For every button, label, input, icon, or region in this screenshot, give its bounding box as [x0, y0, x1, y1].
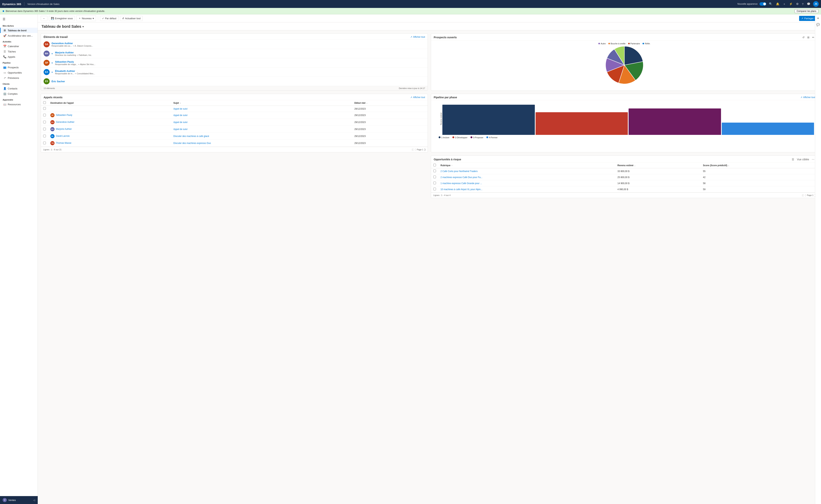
help-icon[interactable]: ? [801, 2, 804, 6]
opp-rubrique[interactable]: 2 Café Corto pour Northwind Traders [440, 170, 478, 173]
default-button[interactable]: ✓ Par défaut [100, 16, 118, 21]
sort-score-icon[interactable]: ↕ [728, 164, 729, 167]
work-items-show-all[interactable]: ↗ Afficher tout [410, 36, 425, 38]
table-row[interactable]: SP Sébastien Pauly Appel de suivi 29/12/… [41, 112, 428, 119]
sidebar-item-appels[interactable]: 📞 Appels [0, 54, 38, 59]
chat-icon[interactable]: 💬 [806, 2, 811, 6]
select-all-calls[interactable] [43, 101, 46, 104]
work-item[interactable]: GA Geneviève Authier Responsable des ac.… [41, 40, 428, 49]
opp-rubrique[interactable]: 10 machines à café Airpot XL pour Alpin.… [440, 188, 482, 191]
more-options-icon[interactable]: ⋯ [811, 157, 815, 161]
calls-first-page[interactable]: ⟨⟨ [412, 148, 414, 151]
edit-prospects-icon[interactable]: ✏ [811, 35, 815, 39]
call-subject[interactable]: Discuter des machines à café glacé [173, 135, 209, 138]
page-title-chevron[interactable]: ▾ [82, 25, 84, 28]
table-row[interactable]: GA Geneviève Authier Appel de suivi 29/1… [41, 119, 428, 126]
sort-rubrique-icon[interactable]: ↑ [451, 164, 452, 167]
sidebar-item-opportunites[interactable]: ▭ Opportunités [0, 70, 38, 75]
sidebar-item-previsions[interactable]: ↗ Prévisions [0, 75, 38, 81]
filter-icon[interactable]: ⚡ [788, 2, 793, 6]
bar-chart-bar[interactable] [722, 123, 814, 135]
row-checkbox[interactable] [433, 170, 436, 172]
appels-show-all[interactable]: ↗ Afficher tout [410, 96, 425, 99]
row-checkbox[interactable] [43, 135, 46, 137]
call-subject[interactable]: Appel de suivi [173, 121, 188, 124]
sidebar-item-contacts[interactable]: 👤 Contacts [0, 86, 38, 91]
list-view-icon[interactable]: ☰ [791, 157, 795, 161]
call-subject[interactable]: Appel de suivi [173, 108, 188, 110]
sidebar-bottom-chevron[interactable]: ◁ [33, 499, 35, 502]
compare-plans-button[interactable]: Comparer les plans [795, 9, 818, 13]
new-button[interactable]: ＋ Nouveau ▾ [76, 15, 96, 21]
row-checkbox[interactable] [43, 107, 46, 110]
opps-first-page[interactable]: ⟨⟨ [802, 194, 804, 197]
table-row[interactable]: TM Thomas Masse Discuter des machines ex… [41, 140, 428, 147]
calls-prev-page[interactable]: ⟨ [415, 148, 416, 151]
sidebar-item-prospects[interactable]: 👥 Prospects [0, 65, 38, 70]
sidebar-item-taches[interactable]: ☰ Tâches [0, 49, 38, 54]
sidebar-item-ressources[interactable]: 📖 Ressources [0, 102, 38, 107]
sort-revenu-icon[interactable]: ↓ [634, 164, 635, 167]
work-item-name[interactable]: Sébastien Pauly [55, 60, 425, 63]
sparkle-icon[interactable]: ✦ [816, 16, 820, 21]
table-row[interactable]: 1 machine expresso Café Grande pour ... … [431, 180, 818, 186]
brand-name[interactable]: Dynamics 365 [2, 2, 21, 6]
row-checkbox[interactable] [433, 176, 436, 178]
table-row[interactable]: MA Marjorie Authier Appel de suivi 29/12… [41, 126, 428, 133]
table-row[interactable]: 10 machines à café Airpot XL pour Alpin.… [431, 186, 818, 192]
row-checkbox[interactable] [433, 182, 436, 184]
opps-prev-page[interactable]: ⟨ [805, 194, 806, 197]
call-subject[interactable]: Appel de suivi [173, 128, 188, 131]
row-checkbox[interactable] [43, 142, 46, 144]
plus-icon[interactable]: ＋ [782, 2, 786, 7]
bar-chart-bar[interactable] [442, 105, 535, 135]
caller-name[interactable]: Thomas Masse [56, 142, 71, 144]
table-row[interactable]: DL David Lacroix Discuter des machines à… [41, 133, 428, 140]
user-avatar[interactable]: JS [813, 1, 819, 7]
back-button[interactable]: ← [41, 16, 47, 21]
work-item[interactable]: SP ● Sébastien Pauly Responsable de maga… [41, 58, 428, 68]
vue-ciblee-label[interactable]: Vue ciblée [796, 157, 810, 161]
bar-chart-bar[interactable] [536, 112, 628, 135]
nouvelle-apparence-toggle[interactable] [760, 2, 766, 6]
bar-chart-bar[interactable] [629, 108, 721, 135]
comment-icon[interactable]: 💬 [816, 22, 821, 27]
caller-name[interactable]: David Lacroix [56, 135, 70, 137]
row-checkbox[interactable] [43, 128, 46, 130]
work-item-name[interactable]: Geneviève Authier [52, 42, 425, 45]
sidebar-hamburger[interactable]: ☰ [0, 16, 38, 22]
opp-rubrique[interactable]: 1 machine expresso Café Grande pour ... [440, 182, 482, 185]
call-subject[interactable]: Discuter des machines expresso Duo [173, 142, 211, 144]
search-icon[interactable]: 🔍 [768, 2, 773, 6]
bell-icon[interactable]: 🔔 [775, 2, 780, 6]
work-item-name[interactable]: Éric Sacher [52, 80, 425, 83]
call-subject[interactable]: Appel de suivi [173, 114, 188, 117]
sort-date-icon[interactable]: ↓ [366, 102, 367, 104]
calls-next-page[interactable]: ⟩ [424, 148, 425, 151]
work-item[interactable]: MA ● Marjorie Authier Directeur du marke… [41, 49, 428, 58]
caller-name[interactable]: Geneviève Authier [56, 121, 74, 123]
refresh-button[interactable]: ↺ Actualiser tout [120, 16, 143, 21]
save-as-button[interactable]: 💾 Enregistrer sous [49, 16, 75, 21]
table-row[interactable]: 2 Café Corto pour Northwind Traders 33 8… [431, 168, 818, 174]
sidebar-item-accelerateur[interactable]: 🚀 Accélérateur des ven... [0, 33, 38, 38]
select-all-opps[interactable] [433, 164, 436, 166]
sort-sujet-icon[interactable]: ↕ [180, 102, 181, 104]
row-checkbox[interactable] [433, 188, 436, 190]
work-item[interactable]: EA ● Élisabeth Authier Responsable de m.… [41, 68, 428, 77]
sidebar-item-tableau-de-bord[interactable]: ⊞ Tableau de bord [0, 28, 38, 33]
pipeline-show-all[interactable]: ↗ Afficher tout [800, 96, 815, 99]
sidebar-item-calendrier[interactable]: 📅 Calendrier [0, 44, 38, 49]
settings-icon[interactable]: ⚙ [795, 2, 799, 6]
work-item[interactable]: ES Éric Sacher [41, 77, 428, 86]
refresh-prospects-icon[interactable]: ↺ [802, 35, 805, 39]
row-checkbox[interactable] [43, 114, 46, 116]
table-row[interactable]: 2 machines expresso Café Duo pour Fa... … [431, 174, 818, 180]
work-item-name[interactable]: Élisabeth Authier [55, 70, 425, 72]
caller-name[interactable]: Sébastien Pauly [56, 114, 72, 116]
row-checkbox[interactable] [43, 121, 46, 123]
work-item-name[interactable]: Marjorie Authier [55, 51, 425, 54]
caller-name[interactable]: Marjorie Authier [56, 128, 72, 130]
copy-prospects-icon[interactable]: ⊞ [806, 35, 810, 39]
opp-rubrique[interactable]: 2 machines expresso Café Duo pour Fa... [440, 176, 482, 179]
